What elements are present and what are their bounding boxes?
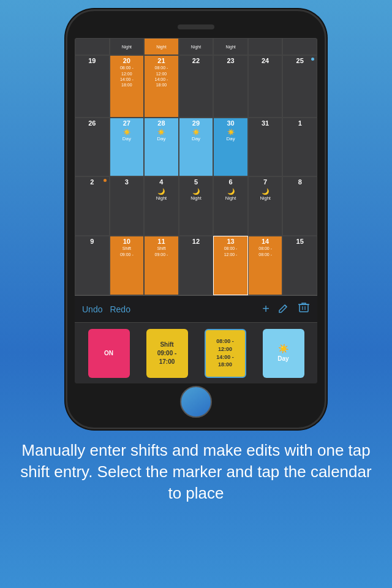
cal-day-10[interactable]: 10 Shift 09:00 -: [110, 236, 145, 295]
delete-icon[interactable]: [298, 301, 310, 317]
prev-cell[interactable]: Night: [110, 38, 145, 55]
cal-day-1[interactable]: 1: [282, 118, 317, 177]
cal-day-3[interactable]: 3: [110, 176, 145, 236]
cal-day-26[interactable]: 26: [75, 118, 110, 177]
bottom-description: Manually enter shifts and make edits wit…: [0, 428, 392, 504]
prev-cell[interactable]: Night: [144, 38, 179, 55]
toolbar: Undo Redo +: [75, 295, 317, 322]
prev-cell: [75, 38, 110, 55]
cal-day-24[interactable]: 24: [248, 55, 283, 118]
marker-shift[interactable]: Shift 09:00 - 17:00: [146, 329, 188, 378]
cal-day-13[interactable]: 13 08:00 - 12:00 -: [213, 236, 248, 295]
cal-day-30[interactable]: 30 ☀️ Day: [213, 118, 248, 177]
prev-cell[interactable]: Night: [213, 38, 248, 55]
phone-speaker: [178, 24, 214, 29]
cal-day-22[interactable]: 22: [179, 55, 214, 118]
cal-day-21[interactable]: 21 08:00 - 12:00 14:00 - 18:00: [144, 55, 179, 118]
cal-day-4[interactable]: 4 🌙 Night: [144, 176, 179, 236]
cal-day-19[interactable]: 19: [75, 55, 110, 118]
cal-day-15[interactable]: 15: [282, 236, 317, 295]
marker-tray: ON Shift 09:00 - 17:00 08:00 - 12:00 14:…: [75, 322, 317, 383]
cal-day-6[interactable]: 6 🌙 Night: [213, 176, 248, 236]
cal-day-23[interactable]: 23: [213, 55, 248, 118]
cal-dot: [104, 179, 107, 182]
undo-button[interactable]: Undo: [82, 304, 102, 314]
prev-week-row: Night Night Night Night: [75, 38, 317, 55]
cal-day-5[interactable]: 5 🌙 Night: [179, 176, 214, 236]
phone-top-bar: [75, 18, 317, 36]
cal-day-27[interactable]: 27 ☀️ Day: [110, 118, 145, 177]
svg-rect-0: [300, 304, 308, 312]
marker-on[interactable]: ON: [88, 329, 130, 378]
phone-screen: Night Night Night Night 19 20 08:00 - 12…: [75, 38, 317, 383]
cal-day-2[interactable]: 2: [75, 176, 110, 236]
add-icon[interactable]: +: [262, 302, 270, 316]
cal-day-9[interactable]: 9: [75, 236, 110, 295]
home-button[interactable]: [180, 386, 212, 418]
prev-cell[interactable]: Night: [179, 38, 214, 55]
cal-day-8[interactable]: 8: [282, 176, 317, 236]
cal-day-7[interactable]: 7 🌙 Night: [248, 176, 283, 236]
cal-day-29[interactable]: 29 ☀️ Day: [179, 118, 214, 177]
prev-cell: [282, 38, 317, 55]
calendar: Night Night Night Night 19 20 08:00 - 12…: [75, 38, 317, 295]
redo-button[interactable]: Redo: [110, 304, 130, 314]
marker-day[interactable]: ☀️ Day: [263, 329, 304, 378]
cal-day-11[interactable]: 11 Shift 09:00 -: [144, 236, 179, 295]
cal-day-20[interactable]: 20 08:00 - 12:00 14:00 - 18:00: [110, 55, 145, 118]
prev-cell: [248, 38, 283, 55]
cal-day-14[interactable]: 14 08:00 - 08:00 -: [248, 236, 283, 295]
marker-blue-shift[interactable]: 08:00 - 12:00 14:00 - 18:00: [205, 329, 246, 378]
cal-day-31[interactable]: 31: [248, 118, 283, 177]
calendar-grid: 19 20 08:00 - 12:00 14:00 - 18:00 21 08:…: [75, 55, 317, 295]
cal-day-28[interactable]: 28 ☀️ Day: [144, 118, 179, 177]
phone-frame: Night Night Night Night 19 20 08:00 - 12…: [67, 11, 325, 428]
edit-icon[interactable]: [278, 303, 289, 316]
cal-dot: [311, 58, 314, 61]
phone-bottom: [75, 383, 317, 420]
cal-day-12[interactable]: 12: [179, 236, 214, 295]
cal-day-25[interactable]: 25: [282, 55, 317, 118]
